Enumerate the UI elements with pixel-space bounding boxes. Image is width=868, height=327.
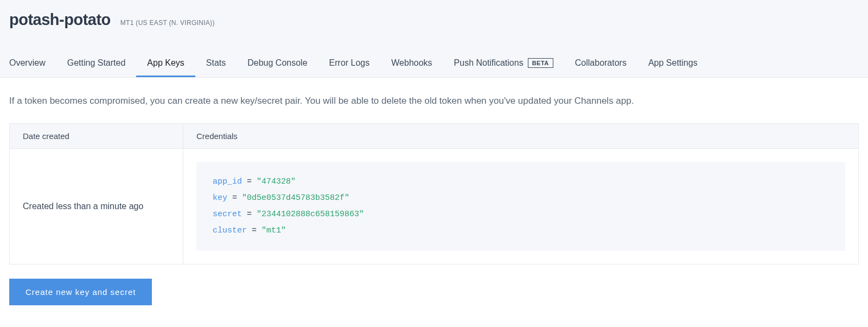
header-date-created: Date created [10,123,183,148]
header-section: potash-potato MT1 (US EAST (N. VIRGINIA)… [0,0,868,78]
cred-line-cluster: cluster = "mt1" [213,223,829,239]
tab-webhooks[interactable]: Webhooks [380,51,443,77]
tab-stats[interactable]: Stats [195,51,237,77]
cred-val: "2344102888c658159863" [257,210,364,219]
app-title: potash-potato [9,11,111,29]
tab-debug-console[interactable]: Debug Console [237,51,318,77]
tab-app-keys[interactable]: App Keys [136,51,195,77]
cred-val: "mt1" [261,226,286,235]
cred-line-app-id: app_id = "474328" [213,174,829,190]
tab-label: Stats [206,58,226,68]
content: If a token becomes compromised, you can … [0,78,868,322]
cred-val: "0d5e0537d45783b3582f" [242,193,349,203]
cred-line-key: key = "0d5e0537d45783b3582f" [213,190,829,206]
tab-label: Push Notifications [454,58,524,68]
tabs: Overview Getting Started App Keys Stats … [9,51,859,77]
app-title-row: potash-potato MT1 (US EAST (N. VIRGINIA)… [9,11,859,51]
cred-eq: = [227,193,242,203]
tab-label: App Keys [147,58,184,68]
tab-push-notifications[interactable]: Push Notifications BETA [443,51,564,77]
tab-label: Webhooks [391,58,432,68]
tab-label: App Settings [648,58,698,68]
app-region: MT1 (US EAST (N. VIRGINIA)) [120,19,215,27]
tab-label: Debug Console [247,58,307,68]
tab-label: Getting Started [67,58,126,68]
cred-key: app_id [213,177,242,186]
cred-eq: = [242,210,257,219]
cred-line-secret: secret = "2344102888c658159863" [213,206,829,223]
create-new-key-button[interactable]: Create new key and secret [9,279,152,305]
cred-key: cluster [213,226,247,235]
cred-key: key [213,193,227,203]
cred-eq: = [242,177,257,186]
cred-val: "474328" [257,177,296,186]
credentials-code-block: app_id = "474328" key = "0d5e0537d45783b… [196,162,845,251]
info-text: If a token becomes compromised, you can … [9,94,859,108]
tab-app-settings[interactable]: App Settings [637,51,709,77]
tab-getting-started[interactable]: Getting Started [56,51,137,77]
tab-label: Error Logs [329,58,370,68]
cred-eq: = [247,226,261,235]
table-row: Created less than a minute ago app_id = … [10,148,859,264]
date-created-cell: Created less than a minute ago [10,148,183,264]
tab-label: Overview [9,58,46,68]
tab-collaborators[interactable]: Collaborators [564,51,637,77]
beta-badge: BETA [528,58,553,68]
credentials-table: Date created Credentials Created less th… [9,123,859,265]
tab-label: Collaborators [575,58,627,68]
cred-key: secret [213,210,242,219]
header-credentials: Credentials [183,123,859,148]
tab-error-logs[interactable]: Error Logs [318,51,381,77]
tab-overview[interactable]: Overview [9,51,56,77]
credentials-cell: app_id = "474328" key = "0d5e0537d45783b… [183,148,859,264]
